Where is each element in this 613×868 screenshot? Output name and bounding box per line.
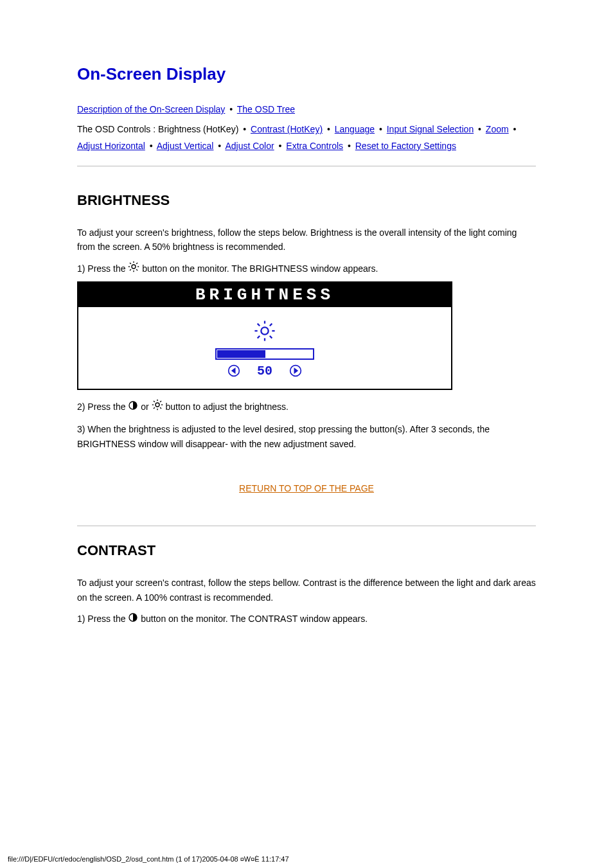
svg-line-5 — [130, 263, 131, 264]
step1-prefix: 1) Press the — [77, 614, 128, 624]
heading-brightness: BRIGHTNESS — [77, 192, 536, 209]
subnav-link-zoom[interactable]: Zoom — [486, 124, 509, 134]
step2-prefix: 2) Press the — [77, 402, 128, 412]
contrast-step1: 1) Press the button on the monitor. The … — [77, 611, 536, 628]
subnav-link-extra[interactable]: Extra Controls — [286, 141, 343, 151]
osd-title: BRIGHTNESS — [78, 283, 451, 307]
step2-mid: or — [141, 402, 151, 412]
svg-line-6 — [137, 269, 138, 270]
svg-point-23 — [155, 403, 159, 407]
svg-point-9 — [261, 327, 268, 334]
brightness-step2: 2) Press the or button to adjust the bri… — [77, 399, 536, 416]
step1-prefix: 1) Press the — [77, 263, 128, 274]
svg-line-7 — [130, 269, 131, 270]
subnav-link-adjh[interactable]: Adjust Horizontal — [77, 141, 145, 151]
svg-marker-19 — [231, 368, 236, 374]
svg-line-28 — [154, 401, 155, 402]
divider — [77, 166, 536, 166]
subnav-prefix: The OSD Controls : — [77, 124, 155, 134]
svg-point-0 — [132, 265, 136, 269]
subnav-link-language[interactable]: Language — [335, 124, 375, 134]
svg-line-8 — [137, 263, 138, 264]
divider — [77, 526, 536, 526]
svg-line-14 — [258, 324, 260, 326]
breadcrumb: Description of the On-Screen Display • T… — [77, 102, 536, 116]
page-title: On-Screen Display — [77, 64, 536, 84]
heading-contrast: CONTRAST — [77, 542, 536, 559]
brightness-slider — [215, 348, 314, 360]
arrow-right-icon — [289, 364, 302, 377]
subnav-link-reset[interactable]: Reset to Factory Settings — [355, 141, 456, 151]
link-desc-osd[interactable]: Description of the On-Screen Display — [77, 104, 225, 114]
svg-line-17 — [270, 324, 272, 326]
brightness-icon — [254, 320, 276, 344]
brightness-icon — [128, 261, 139, 278]
contrast-icon — [128, 612, 138, 628]
link-osd-tree[interactable]: The OSD Tree — [237, 104, 295, 114]
contrast-intro: To adjust your screen's contrast, follow… — [77, 576, 536, 605]
svg-line-29 — [160, 407, 161, 409]
subnav-link-adjv[interactable]: Adjust Vertical — [157, 141, 214, 151]
svg-line-15 — [270, 336, 272, 339]
subnav: The OSD Controls : Brightness (HotKey) •… — [77, 121, 536, 154]
svg-line-30 — [154, 407, 155, 409]
svg-line-16 — [258, 336, 260, 339]
return-top-link[interactable]: RETURN TO TOP OF THE PAGE — [239, 483, 374, 493]
step2-suffix: button to adjust the brightness. — [166, 402, 289, 412]
brightness-step1: 1) Press the button on the monitor. The … — [77, 261, 536, 278]
brightness-intro: To adjust your screen's brightness, foll… — [77, 226, 536, 254]
svg-line-31 — [160, 401, 161, 402]
step1-suffix: button on the monitor. The CONTRAST wind… — [141, 614, 368, 624]
arrow-left-icon — [227, 364, 240, 377]
brightness-step3: 3) When the brightness is adjusted to th… — [77, 422, 536, 451]
contrast-icon — [128, 400, 138, 416]
brightness-value: 50 — [257, 364, 272, 378]
subnav-link-adjc[interactable]: Adjust Color — [225, 141, 274, 151]
brightness-slider-fill — [217, 350, 265, 358]
svg-marker-21 — [294, 368, 299, 374]
subnav-link-input[interactable]: Input Signal Selection — [387, 124, 474, 134]
separator: • — [229, 104, 233, 114]
brightness-icon — [152, 399, 163, 416]
subnav-link-contrast[interactable]: Contrast (HotKey) — [251, 124, 323, 134]
step1-suffix: button on the monitor. The BRIGHTNESS wi… — [142, 263, 378, 274]
osd-window-brightness: BRIGHTNESS 50 — [77, 281, 452, 390]
subnav-item-current: Brightness (HotKey) — [158, 124, 238, 134]
